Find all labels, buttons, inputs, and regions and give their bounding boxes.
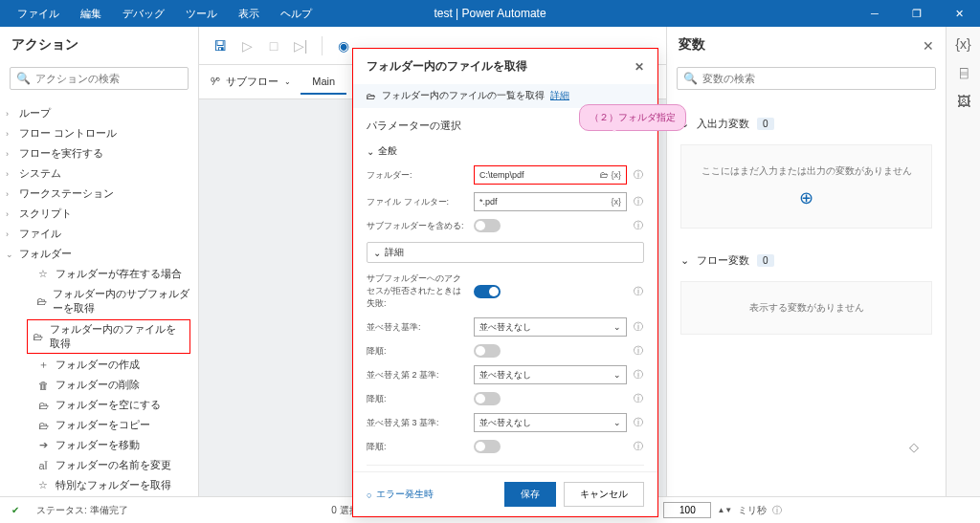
tree-group-loop[interactable]: ›ループ <box>0 103 198 123</box>
action-get-subfolders[interactable]: 🗁フォルダー内のサブフォルダーを取得 <box>0 284 198 318</box>
action-search-input[interactable] <box>10 67 189 90</box>
info-icon[interactable]: ⓘ <box>633 344 644 358</box>
menu-help[interactable]: ヘルプ <box>271 3 322 25</box>
action-dialog: （２）フォルダ指定 フォルダー内のファイルを取得 ✕ 🗁 フォルダー内のファイル… <box>352 48 658 517</box>
action-delete-folder[interactable]: 🗑フォルダーの削除 <box>0 375 198 395</box>
menu-bar: ファイル 編集 デバッグ ツール 表示 ヘルプ <box>8 3 322 25</box>
status-ms: ミリ秒 <box>738 504 767 517</box>
tree-group-system[interactable]: ›システム <box>0 163 198 184</box>
action-empty-folder[interactable]: 🗁フォルダーを空にする <box>0 395 198 415</box>
sort1-select[interactable]: 並べ替えなし⌄ <box>474 317 627 337</box>
action-move-folder[interactable]: ➔フォルダーを移動 <box>0 435 198 455</box>
info-icon[interactable]: ⓘ <box>633 416 644 429</box>
flow-vars-empty: 表示する変数がありません <box>680 281 932 335</box>
info-icon[interactable]: ⓘ <box>633 219 644 232</box>
save-icon[interactable]: 🖫 <box>211 36 230 55</box>
info-icon[interactable]: ⓘ <box>772 504 782 517</box>
info-icon[interactable]: ⓘ <box>633 392 644 405</box>
desc2-label: 降順: <box>367 393 468 405</box>
info-icon[interactable]: ⓘ <box>633 368 644 381</box>
info-icon[interactable]: ⓘ <box>633 440 644 453</box>
menu-file[interactable]: ファイル <box>8 3 69 25</box>
tree-group-script[interactable]: ›スクリプト <box>0 204 198 224</box>
titlebar: ファイル 編集 デバッグ ツール 表示 ヘルプ test | Power Aut… <box>0 0 980 27</box>
run-icon[interactable]: ▷ <box>237 36 256 55</box>
subfolder-label: サブフォルダーを含める: <box>367 220 468 232</box>
search-icon: 🔍 <box>683 72 698 85</box>
info-icon[interactable]: ⓘ <box>633 320 644 334</box>
info-icon[interactable]: ⓘ <box>633 195 644 208</box>
menu-view[interactable]: 表示 <box>229 3 269 25</box>
access-denied-toggle[interactable] <box>474 285 501 298</box>
search-icon: 🔍 <box>16 72 31 85</box>
minimize-button[interactable]: ─ <box>854 0 896 27</box>
folder-input[interactable]: C:\temp\pdf🗁 {x} <box>474 165 627 185</box>
action-create-folder[interactable]: ＋フォルダーの作成 <box>0 355 198 375</box>
desc3-toggle[interactable] <box>474 440 501 453</box>
action-rename-folder[interactable]: aĪフォルダーの名前を変更 <box>0 455 198 475</box>
io-vars-header[interactable]: ⌄入出力変数0 <box>680 107 932 141</box>
io-vars-empty: ここにはまだ入力または出力の変数がありません ⊕ <box>680 144 932 229</box>
sort1-label: 並べ替え基準: <box>367 321 468 334</box>
sort2-select[interactable]: 並べ替えなし⌄ <box>474 365 627 384</box>
rail-images-icon[interactable]: 🖼 <box>957 94 970 109</box>
maximize-button[interactable]: ❐ <box>896 0 938 27</box>
section-general[interactable]: ⌄全般 <box>367 141 644 162</box>
desc2-toggle[interactable] <box>474 392 501 405</box>
record-icon[interactable]: ◉ <box>334 36 353 55</box>
save-button[interactable]: 保存 <box>504 482 556 507</box>
rail-vars-icon[interactable]: {x} <box>955 36 970 52</box>
access-denied-label: サブフォルダーへのアクセスが拒否されたときは失敗: <box>367 272 468 310</box>
stop-icon[interactable]: □ <box>264 36 283 55</box>
close-panel-button[interactable]: ✕ <box>923 38 934 54</box>
tree-group-workstation[interactable]: ›ワークステーション <box>0 184 198 204</box>
folder-icon: 🗁 <box>367 91 376 101</box>
menu-debug[interactable]: デバッグ <box>113 3 174 25</box>
action-folder-exists[interactable]: ☆フォルダーが存在する場合 <box>0 264 198 284</box>
info-icon[interactable]: ⓘ <box>633 168 644 182</box>
step-icon[interactable]: ▷| <box>291 36 310 55</box>
tree-group-folder[interactable]: ⌄フォルダー <box>0 244 198 264</box>
status-ok-icon: ✔ <box>11 505 19 515</box>
status-text: ステータス: 準備完了 <box>36 504 128 517</box>
dialog-subtitle: フォルダー内のファイルの一覧を取得 <box>382 90 545 102</box>
action-get-files-in-folder[interactable]: 🗁フォルダー内のファイルを取得 <box>27 319 190 354</box>
error-link[interactable]: ○ エラー発生時 <box>367 489 434 501</box>
variables-header: 変数 <box>667 27 946 63</box>
dialog-close-button[interactable]: ✕ <box>635 60 644 74</box>
add-variable-button[interactable]: ⊕ <box>691 187 922 208</box>
subflow-tab-main[interactable]: Main <box>301 70 346 95</box>
section-detail[interactable]: ⌄詳細 <box>367 242 644 263</box>
delay-input[interactable] <box>663 502 711 518</box>
desc1-label: 降順: <box>367 345 468 358</box>
filter-input[interactable]: *.pdf{x} <box>474 192 627 211</box>
info-icon[interactable]: ⓘ <box>633 285 644 298</box>
sort3-select[interactable]: 並べ替えなし⌄ <box>474 413 627 432</box>
sort2-label: 並べ替え第 2 基準: <box>367 369 468 381</box>
menu-tool[interactable]: ツール <box>176 3 227 25</box>
tree-group-file[interactable]: ›ファイル <box>0 224 198 244</box>
window-controls: ─ ❐ ✕ <box>854 0 980 27</box>
rail-layers-icon[interactable]: ⌸ <box>960 65 968 80</box>
dialog-detail-link[interactable]: 詳細 <box>550 90 569 102</box>
close-button[interactable]: ✕ <box>938 0 980 27</box>
action-get-special-folder[interactable]: ☆特別なフォルダーを取得 <box>0 475 198 495</box>
annotation-callout: （２）フォルダ指定 <box>579 104 686 131</box>
actions-header: アクション <box>0 27 198 63</box>
action-copy-folder[interactable]: 🗁フォルダーをコピー <box>0 415 198 435</box>
cancel-button[interactable]: キャンセル <box>564 482 644 507</box>
subflow-dropdown[interactable]: ⁰∕° サブフロー ⌄ <box>211 75 291 89</box>
menu-edit[interactable]: 編集 <box>71 3 111 25</box>
flow-vars-header[interactable]: ⌄フロー変数0 <box>680 244 932 277</box>
subfolder-toggle[interactable] <box>474 219 501 232</box>
edit-icon[interactable]: ◇ <box>909 440 919 454</box>
tree-group-flowcontrol[interactable]: ›フロー コントロール <box>0 123 198 143</box>
right-rail: {x} ⌸ 🖼 <box>946 27 980 496</box>
tree-group-runflow[interactable]: ›フローを実行する <box>0 143 198 163</box>
variable-search-input[interactable] <box>677 67 936 90</box>
sort3-label: 並べ替え第 3 基準: <box>367 417 468 429</box>
filter-label: ファイル フィルター: <box>367 196 468 208</box>
variables-panel: ✕ 変数 🔍 ⌄入出力変数0 ここにはまだ入力または出力の変数がありません ⊕ … <box>666 27 946 496</box>
desc1-toggle[interactable] <box>474 344 501 358</box>
tree-group-compress[interactable]: ›圧縮 <box>0 495 198 496</box>
